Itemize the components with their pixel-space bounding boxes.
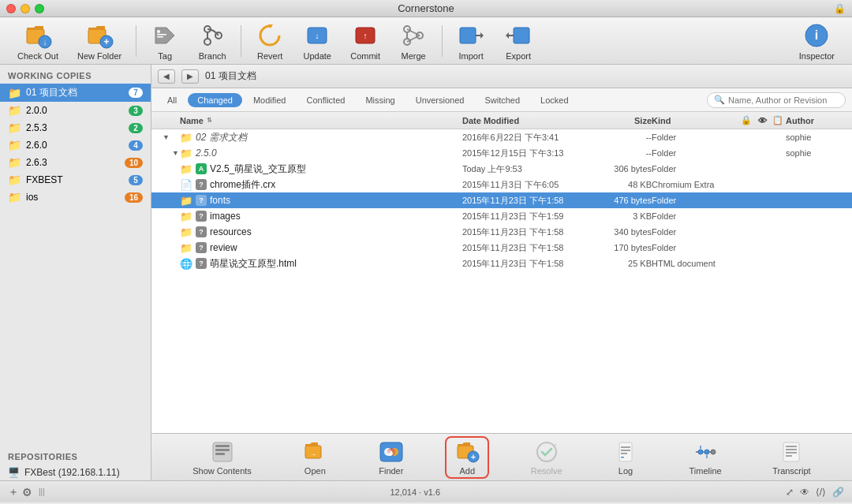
forward-button[interactable]: ▶ bbox=[181, 69, 199, 84]
file-name-cell: 📁 2.5.0 bbox=[180, 147, 462, 159]
repo-icon: 🖥️ bbox=[8, 467, 20, 478]
expand-icon[interactable] bbox=[163, 133, 170, 141]
traffic-lights bbox=[6, 4, 44, 13]
revert-icon bbox=[256, 21, 284, 50]
folder-icon: 📁 bbox=[180, 132, 192, 144]
tab-missing[interactable]: Missing bbox=[356, 93, 404, 107]
open-label: Open bbox=[305, 466, 326, 476]
expand-icon[interactable] bbox=[172, 149, 179, 157]
status-badge: ? bbox=[196, 258, 207, 269]
add-icon-small[interactable]: ＋ bbox=[8, 485, 19, 499]
code-icon[interactable]: ⟨/⟩ bbox=[816, 487, 826, 498]
folder-icon: 📁 bbox=[180, 163, 192, 175]
maximize-button[interactable] bbox=[35, 4, 44, 13]
import-icon bbox=[457, 21, 485, 50]
timeline-button[interactable]: Timeline bbox=[680, 436, 731, 479]
resolve-button[interactable]: Resolve bbox=[521, 436, 572, 479]
sidebar-item-ios[interactable]: 📁 ios 16 bbox=[0, 189, 151, 206]
svg-text:+: + bbox=[104, 36, 110, 47]
checkout-button[interactable]: ↓ Check Out bbox=[8, 18, 68, 64]
svg-marker-1 bbox=[27, 26, 43, 29]
tab-conflicted[interactable]: Conflicted bbox=[297, 93, 354, 107]
update-button[interactable]: ↓ Update bbox=[293, 18, 341, 64]
tab-modified[interactable]: Modified bbox=[244, 93, 296, 107]
table-row[interactable]: 📁 ? review 2015年11月23日 下午1:58 170 bytes … bbox=[151, 240, 852, 256]
resize-icon[interactable]: ⤢ bbox=[786, 487, 794, 498]
commit-button[interactable]: ↑ Commit bbox=[341, 18, 390, 64]
tab-all[interactable]: All bbox=[158, 93, 186, 107]
table-row[interactable]: 📄 ? chrome插件.crx 2015年11月3日 下午6:05 48 KB… bbox=[151, 177, 852, 192]
content-area: ◀ ▶ 01 项目文档 All Changed Modified Conflic… bbox=[151, 65, 852, 480]
eye-icon[interactable]: 👁 bbox=[800, 487, 809, 498]
gear-icon[interactable]: ⚙ bbox=[22, 486, 32, 498]
transcript-button[interactable]: Transcript bbox=[763, 436, 820, 479]
log-button[interactable]: Log bbox=[604, 436, 648, 479]
repositories-title: Repositories bbox=[0, 446, 151, 465]
inspector-button[interactable]: i Inspector bbox=[790, 18, 844, 64]
nav-bar: ◀ ▶ 01 项目文档 bbox=[151, 65, 852, 88]
sidebar-item-fxbest[interactable]: 📁 FXBEST 5 bbox=[0, 171, 151, 189]
search-input[interactable] bbox=[728, 95, 839, 105]
tab-switched[interactable]: Switched bbox=[475, 93, 529, 107]
sidebar-item-263[interactable]: 📁 2.6.3 10 bbox=[0, 154, 151, 171]
file-kind: Folder bbox=[652, 164, 738, 174]
table-row[interactable]: 📁 ? fonts 2015年11月23日 下午1:58 476 bytes F… bbox=[151, 192, 852, 208]
svg-text:◕: ◕ bbox=[387, 450, 393, 457]
newfolder-icon: + bbox=[85, 21, 114, 50]
table-row[interactable]: 📁 02 需求文档 2016年6月22日 下午3:41 -- Folder so… bbox=[151, 129, 852, 145]
finder-button[interactable]: ◕ Finder bbox=[369, 436, 413, 479]
merge-button[interactable]: Merge bbox=[390, 18, 437, 64]
tab-locked[interactable]: Locked bbox=[531, 93, 577, 107]
file-size: 306 bytes bbox=[581, 164, 652, 174]
tab-unversioned[interactable]: Unversioned bbox=[406, 93, 474, 107]
folder-icon-200: 📁 bbox=[8, 104, 21, 117]
repo-label: FXBest (192.168.1.11) bbox=[24, 467, 120, 478]
export-button[interactable]: Export bbox=[495, 18, 542, 64]
sidebar-item-01[interactable]: 📁 01 项目文档 7 bbox=[0, 84, 151, 102]
table-row[interactable]: 📁 2.5.0 2015年12月15日 下午3:13 -- Folder sop… bbox=[151, 145, 852, 161]
file-name-cell: 📁 ? images bbox=[180, 211, 462, 222]
file-kind: Folder bbox=[652, 243, 738, 252]
table-row[interactable]: 📁 ? images 2015年11月23日 下午1:59 3 KB Folde… bbox=[151, 208, 852, 224]
export-icon bbox=[504, 21, 532, 50]
svg-rect-33 bbox=[215, 445, 230, 447]
table-row[interactable]: 📁 ? resources 2015年11月23日 下午1:58 340 byt… bbox=[151, 224, 852, 240]
table-row[interactable]: 📁 A V2.5_萌星说_交互原型 Today 上午9:53 306 bytes… bbox=[151, 161, 852, 177]
svg-line-49 bbox=[555, 444, 556, 446]
repo-fxbest[interactable]: 🖥️ FXBest (192.168.1.11) bbox=[0, 465, 151, 480]
open-icon: → bbox=[302, 439, 327, 465]
show-contents-button[interactable]: Show Contents bbox=[183, 436, 261, 479]
branch-button[interactable]: Branch bbox=[189, 18, 236, 64]
svg-marker-45 bbox=[458, 442, 470, 446]
tab-changed[interactable]: Changed bbox=[188, 93, 242, 107]
table-row[interactable]: 🌐 ? 萌星说交互原型.html 2015年11月23日 下午1:58 25 K… bbox=[151, 256, 852, 271]
folder-icon-fxbest: 📁 bbox=[8, 174, 21, 186]
sidebar-item-260[interactable]: 📁 2.6.0 4 bbox=[0, 136, 151, 154]
sidebar-item-200[interactable]: 📁 2.0.0 3 bbox=[0, 102, 151, 119]
sidebar-badge-fxbest: 5 bbox=[129, 175, 143, 185]
link-icon[interactable]: 🔗 bbox=[832, 487, 844, 498]
minimize-button[interactable] bbox=[21, 4, 30, 13]
file-size: 48 KB bbox=[581, 180, 652, 189]
add-label: Add bbox=[460, 466, 476, 476]
file-name-cell: 📄 ? chrome插件.crx bbox=[180, 178, 462, 192]
toolbar-sep-3 bbox=[442, 25, 443, 57]
sidebar-item-253[interactable]: 📁 2.5.3 2 bbox=[0, 119, 151, 136]
open-button[interactable]: → Open bbox=[293, 436, 337, 479]
file-name-cell: 🌐 ? 萌星说交互原型.html bbox=[180, 257, 462, 271]
tag-button[interactable]: Tag bbox=[141, 18, 189, 64]
folder-icon-260: 📁 bbox=[8, 139, 21, 151]
add-button[interactable]: + Add bbox=[445, 436, 489, 479]
file-size: -- bbox=[581, 133, 652, 142]
back-button[interactable]: ◀ bbox=[158, 69, 175, 84]
close-button[interactable] bbox=[6, 4, 16, 13]
status-badge: ? bbox=[196, 242, 207, 253]
inspector-icon: i bbox=[802, 21, 831, 50]
import-button[interactable]: Import bbox=[447, 18, 495, 64]
toolbar: ↓ Check Out + New Folder Tag bbox=[0, 17, 852, 65]
newfolder-label: New Folder bbox=[77, 51, 121, 61]
newfolder-button[interactable]: + New Folder bbox=[68, 18, 131, 64]
revert-button[interactable]: Revert bbox=[246, 18, 293, 64]
file-author: sophie bbox=[786, 148, 849, 158]
commit-label: Commit bbox=[350, 51, 380, 61]
